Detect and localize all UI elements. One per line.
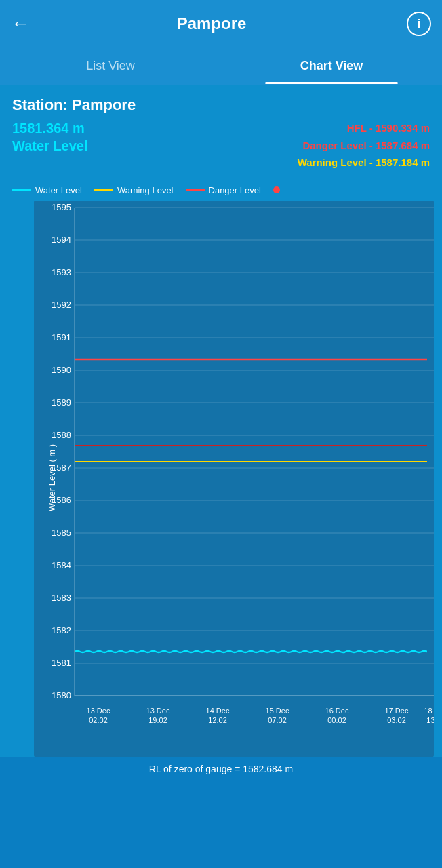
warning-label: Warning Level - 1587.184 m xyxy=(298,154,430,172)
svg-text:13 Dec: 13 Dec xyxy=(87,707,110,715)
level-labels: HFL - 1590.334 m Danger Level - 1587.684… xyxy=(298,119,430,172)
station-name: Station: Pampore xyxy=(12,96,430,114)
legend-water-level-line xyxy=(12,189,31,191)
danger-label: Danger Level - 1587.684 m xyxy=(298,137,430,155)
water-level-label: Water Level xyxy=(12,137,88,155)
svg-text:19:02: 19:02 xyxy=(148,716,167,724)
legend-danger-level-line xyxy=(186,189,205,191)
svg-text:1591: 1591 xyxy=(52,332,71,342)
svg-text:1583: 1583 xyxy=(52,593,71,603)
svg-text:07:02: 07:02 xyxy=(268,716,287,724)
svg-text:02:02: 02:02 xyxy=(89,716,108,724)
legend-warning-level: Warning Level xyxy=(94,185,174,195)
svg-text:12:02: 12:02 xyxy=(208,716,227,724)
svg-text:1589: 1589 xyxy=(52,397,71,408)
chart-container: Water Level ( m ) xyxy=(0,201,442,757)
svg-text:1585: 1585 xyxy=(52,528,71,538)
svg-text:1595: 1595 xyxy=(52,202,71,212)
svg-text:1594: 1594 xyxy=(52,235,71,245)
info-icon: i xyxy=(417,17,420,31)
svg-text:17 Dec: 17 Dec xyxy=(385,707,409,715)
tab-list-view[interactable]: List View xyxy=(0,47,221,84)
legend-warning-level-line xyxy=(94,189,113,191)
page-title: Pampore xyxy=(16,14,407,33)
svg-text:18 De: 18 De xyxy=(424,707,434,715)
hfl-label: HFL - 1590.334 m xyxy=(298,119,430,137)
svg-text:1592: 1592 xyxy=(52,300,71,310)
water-level-value: 1581.364 m xyxy=(12,119,88,137)
svg-text:1590: 1590 xyxy=(52,365,71,375)
legend-extra xyxy=(273,186,280,193)
svg-text:1581: 1581 xyxy=(52,658,71,668)
svg-text:1582: 1582 xyxy=(52,625,71,635)
station-info-panel: Station: Pampore 1581.364 m Water Level … xyxy=(0,85,442,180)
chart-svg: 1595 1594 1593 1592 1591 1590 1589 1588 … xyxy=(34,201,434,757)
legend-extra-dot xyxy=(273,186,280,193)
legend-water-level-label: Water Level xyxy=(35,185,82,195)
svg-rect-0 xyxy=(34,201,434,757)
info-button[interactable]: i xyxy=(407,12,431,36)
gauge-zero-label: RL of zero of gauge = 1582.684 m xyxy=(149,764,293,774)
svg-text:14 Dec: 14 Dec xyxy=(206,707,230,715)
svg-text:16 Dec: 16 Dec xyxy=(325,707,349,715)
chart-bottom-label: RL of zero of gauge = 1582.684 m xyxy=(0,757,442,780)
tab-chart-view[interactable]: Chart View xyxy=(221,47,442,84)
chart-legend: Water Level Warning Level Danger Level xyxy=(0,180,442,201)
svg-text:15 Dec: 15 Dec xyxy=(266,707,289,715)
legend-warning-level-label: Warning Level xyxy=(117,185,174,195)
tab-bar: List View Chart View xyxy=(0,47,442,85)
svg-text:1580: 1580 xyxy=(52,690,71,701)
legend-danger-level: Danger Level xyxy=(186,185,261,195)
app-header: ← Pampore i xyxy=(0,0,442,47)
legend-water-level: Water Level xyxy=(12,185,82,195)
svg-text:00:02: 00:02 xyxy=(327,716,346,724)
svg-text:13 Dec: 13 Dec xyxy=(146,707,170,715)
svg-text:13:0: 13:0 xyxy=(426,716,434,724)
svg-text:1584: 1584 xyxy=(52,560,71,570)
water-level-display: 1581.364 m Water Level xyxy=(12,119,88,155)
y-axis-label: Water Level ( m ) xyxy=(47,430,57,525)
legend-danger-level-label: Danger Level xyxy=(209,185,261,195)
svg-text:03:02: 03:02 xyxy=(387,716,406,724)
svg-text:1593: 1593 xyxy=(52,267,71,277)
